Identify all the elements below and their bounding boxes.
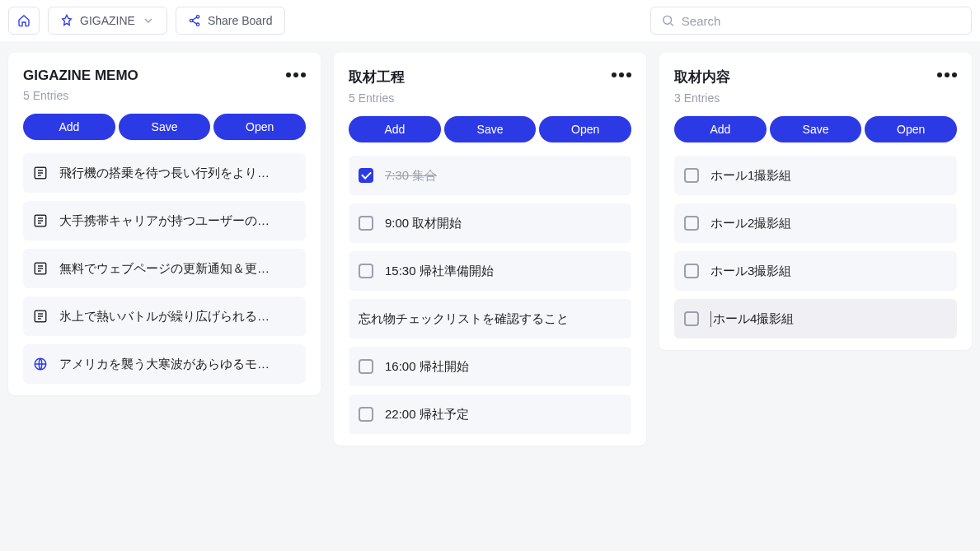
add-button[interactable]: Add	[349, 116, 441, 142]
save-button[interactable]: Save	[444, 116, 537, 142]
add-button[interactable]: Add	[674, 116, 767, 142]
list-item-label: ホール1撮影組	[710, 168, 791, 184]
list-item-label: 忘れ物チェックリストを確認すること	[359, 311, 569, 327]
list-item[interactable]: 7:30 集合	[349, 156, 631, 195]
document-icon	[33, 213, 48, 228]
card-menu-button[interactable]	[286, 68, 306, 82]
card: 取材工程5 EntriesAddSaveOpen7:30 集合9:00 取材開始…	[334, 53, 646, 446]
search-icon	[661, 13, 675, 28]
list-item-label: 氷上で熱いバトルが繰り広げられる…	[59, 309, 270, 325]
checkbox[interactable]	[359, 216, 373, 231]
home-button[interactable]	[8, 7, 40, 35]
share-board-button[interactable]: Share Board	[176, 7, 285, 35]
checkbox[interactable]	[684, 216, 699, 231]
list-item[interactable]: ホール1撮影組	[674, 156, 957, 195]
share-board-label: Share Board	[208, 14, 273, 27]
list-item[interactable]: 飛行機の搭乗を待つ長い行列をより…	[23, 153, 306, 193]
checkbox[interactable]	[359, 407, 373, 422]
list-item-label: 22:00 帰社予定	[385, 407, 469, 423]
save-button[interactable]: Save	[770, 116, 862, 142]
topbar: GIGAZINE Share Board	[0, 0, 980, 41]
card-title: GIGAZINE MEMO	[23, 68, 138, 84]
document-icon	[33, 309, 48, 324]
chevron-down-icon	[142, 14, 155, 27]
card-menu-button[interactable]	[937, 68, 957, 82]
list-item[interactable]: 大手携帯キャリアが持つユーザーの…	[23, 201, 306, 240]
card: GIGAZINE MEMO5 EntriesAddSaveOpen飛行機の搭乗を…	[8, 53, 321, 395]
list-item-label: ホール3撮影組	[710, 264, 791, 279]
document-icon	[33, 166, 48, 180]
checkbox[interactable]	[684, 311, 699, 326]
checkbox[interactable]	[359, 359, 373, 374]
board: GIGAZINE MEMO5 EntriesAddSaveOpen飛行機の搭乗を…	[0, 41, 980, 457]
list-item-label: 飛行機の搭乗を待つ長い行列をより…	[59, 166, 270, 181]
list-item-label: アメリカを襲う大寒波があらゆるモ…	[59, 357, 270, 372]
open-button[interactable]: Open	[213, 114, 306, 140]
list-item-label: 15:30 帰社準備開始	[385, 264, 494, 279]
list-item-label: ホール4撮影組	[710, 311, 794, 327]
card-entries-count: 5 Entries	[23, 89, 138, 102]
list-item[interactable]: 忘れ物チェックリストを確認すること	[349, 299, 631, 339]
pin-icon	[60, 14, 73, 27]
list-item[interactable]: ホール2撮影組	[674, 203, 957, 243]
list-item[interactable]: 9:00 取材開始	[349, 203, 631, 243]
card-menu-button[interactable]	[612, 68, 631, 82]
add-button[interactable]: Add	[23, 114, 115, 140]
card-entries-count: 5 Entries	[349, 91, 405, 105]
list-item[interactable]: 16:00 帰社開始	[349, 347, 631, 386]
document-icon	[33, 261, 48, 276]
list-item-label: ホール2撮影組	[710, 216, 791, 231]
checkbox[interactable]	[359, 264, 373, 278]
list-item-label: 7:30 集合	[385, 168, 437, 184]
list-item[interactable]: 22:00 帰社予定	[349, 395, 631, 434]
search-input[interactable]	[682, 14, 961, 28]
card-title: 取材工程	[349, 68, 405, 86]
list-item-label: 無料でウェブページの更新通知＆更…	[59, 261, 270, 277]
checkbox[interactable]	[359, 168, 373, 183]
board-select-label: GIGAZINE	[80, 14, 135, 27]
list-item[interactable]: 15:30 帰社準備開始	[349, 251, 631, 291]
list-item-label: 大手携帯キャリアが持つユーザーの…	[59, 213, 270, 229]
home-icon	[17, 14, 30, 27]
checkbox[interactable]	[684, 264, 699, 278]
list-item[interactable]: アメリカを襲う大寒波があらゆるモ…	[23, 344, 306, 384]
save-button[interactable]: Save	[119, 114, 211, 140]
list-item-label: 9:00 取材開始	[385, 216, 462, 231]
list-item[interactable]: 無料でウェブページの更新通知＆更…	[23, 249, 306, 288]
list-item[interactable]: ホール4撮影組	[674, 299, 957, 339]
list-item[interactable]: ホール3撮影組	[674, 251, 957, 291]
card-entries-count: 3 Entries	[674, 91, 730, 105]
checkbox[interactable]	[684, 168, 699, 183]
card-title: 取材内容	[674, 68, 730, 86]
list-item[interactable]: 氷上で熱いバトルが繰り広げられる…	[23, 297, 306, 336]
list-item-label: 16:00 帰社開始	[385, 359, 469, 375]
open-button[interactable]: Open	[539, 116, 631, 142]
svg-point-3	[663, 16, 672, 24]
share-icon	[188, 14, 201, 27]
board-select-button[interactable]: GIGAZINE	[48, 7, 167, 35]
open-button[interactable]: Open	[865, 116, 957, 142]
search-box[interactable]	[650, 7, 972, 35]
globe-icon	[33, 357, 48, 371]
card: 取材内容3 EntriesAddSaveOpenホール1撮影組ホール2撮影組ホー…	[659, 53, 972, 350]
